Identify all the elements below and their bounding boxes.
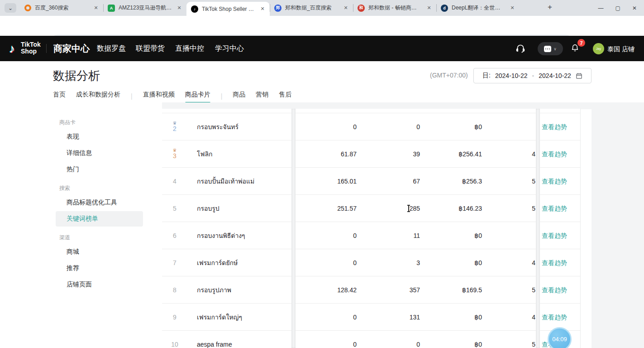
tab-close-icon[interactable]: ✕: [509, 5, 516, 11]
sidebar: 商品卡表现详细信息热门搜索商品标题优化工具关键词榜单渠道商城推荐店铺页面: [52, 111, 147, 293]
sidebar-group-label: 搜索: [59, 184, 139, 192]
table-row: 8กรอบรูปภาพ3128.42357฿169.55查看趋势: [162, 276, 580, 304]
view-trend-link[interactable]: 查看趋势: [542, 113, 567, 140]
view-trend-link[interactable]: 查看趋势: [542, 249, 567, 276]
tab-close-icon[interactable]: ✕: [259, 6, 266, 12]
new-tab-button[interactable]: +: [548, 3, 552, 12]
clipped-value-right: 4: [524, 304, 535, 331]
rank-number: 7: [173, 259, 177, 266]
sidebar-item[interactable]: 商品标题优化工具: [56, 195, 143, 210]
browser-tab-title: 百度_360搜索: [35, 4, 89, 12]
clipped-value-left: 3: [281, 222, 291, 249]
browser-tab[interactable]: ♪TikTok Shop Seller Cente✕: [186, 2, 270, 16]
value-cell-2: 285: [361, 195, 420, 222]
appnav-item[interactable]: 商家中心: [53, 36, 90, 61]
view-trend-link[interactable]: 查看趋势: [542, 276, 567, 304]
table-row-partial: [162, 109, 580, 113]
keyword-rank-table: ♛2กรอบพระจันทร์200฿0查看趋势♛3โฟลิก361.8739฿…: [162, 109, 581, 348]
value-cell-1: 165.01: [298, 168, 357, 195]
tab-close-icon[interactable]: ✕: [92, 5, 100, 11]
date-from-value[interactable]: 2024-10-22: [495, 72, 528, 79]
value-cell-2: 357: [361, 276, 420, 304]
tab-商品[interactable]: 商品: [233, 91, 245, 102]
browser-tab[interactable]: 百度_360搜索✕: [20, 0, 103, 16]
value-cell-3: ฿0: [422, 331, 482, 348]
value-cell-3: ฿169.5: [422, 276, 482, 304]
value-cell-2: 0: [361, 331, 420, 348]
store-name[interactable]: 泰国 店铺: [607, 45, 634, 53]
maximize-button[interactable]: ▢: [615, 5, 620, 11]
clipped-value-left: 3: [281, 168, 291, 195]
rank-number: 5: [173, 204, 177, 212]
tab-直播和视频[interactable]: 直播和视频: [143, 91, 175, 102]
sidebar-item[interactable]: 表现: [56, 129, 143, 145]
browser-tab-title: 郑和数据_百度搜索: [285, 4, 339, 12]
keyword-cell: เฟรมการ์ดยักษ์: [197, 249, 287, 276]
sidebar-item[interactable]: 推荐: [56, 261, 143, 276]
screen-recorder-timer[interactable]: 04:09: [548, 327, 572, 348]
appnav-item[interactable]: 学习中心: [215, 36, 244, 61]
value-cell-3: ฿0: [422, 113, 482, 140]
store-avatar[interactable]: Jay: [593, 43, 604, 54]
rank-number: 2: [173, 125, 177, 132]
browser-tabs: 百度_360搜索✕AAMZ123亚马逊导航-跨境✕♪TikTok Shop Se…: [20, 0, 520, 16]
keyword-cell: กรอบงานพิธีต่างๆ: [197, 222, 287, 249]
date-to-value[interactable]: 2024-10-22: [539, 72, 571, 79]
value-cell-3: ฿0: [422, 304, 482, 331]
value-cell-1: 0: [298, 113, 357, 140]
tiktok-shop-logo[interactable]: TikTok Shop: [21, 41, 41, 55]
rank-number: 4: [173, 177, 177, 184]
date-range-picker[interactable]: 日: 2024-10-22 - 2024-10-22: [473, 68, 592, 83]
browser-tab[interactable]: 和郑和数据 - 畅销商品榜✕: [353, 0, 436, 16]
page-title: 数据分析: [53, 68, 100, 84]
view-trend-link[interactable]: 查看趋势: [542, 168, 567, 195]
tab-商品卡片[interactable]: 商品卡片: [185, 91, 210, 102]
messages-button[interactable]: ∨: [538, 42, 563, 55]
clipped-value-left: 2: [281, 113, 291, 140]
sidebar-item[interactable]: 热门: [56, 162, 143, 177]
clipped-value-left: 3: [281, 140, 291, 168]
tab-成长和数据分析[interactable]: 成长和数据分析: [76, 91, 120, 102]
tab-search-icon[interactable]: ⌄: [5, 3, 16, 13]
calendar-icon[interactable]: [576, 72, 582, 79]
tab-close-icon[interactable]: ✕: [342, 5, 349, 11]
browser-tab[interactable]: 郑郑和数据_百度搜索✕: [270, 0, 353, 16]
sidebar-item[interactable]: 商城: [56, 244, 143, 260]
clipped-digit: 9: [281, 195, 291, 222]
sidebar-item[interactable]: 关键词榜单: [56, 211, 143, 227]
appnav-item[interactable]: 数据罗盘: [97, 36, 126, 61]
view-trend-link[interactable]: 查看趋势: [542, 140, 567, 168]
view-trend-link[interactable]: 查看趋势: [542, 222, 567, 249]
support-headset-icon[interactable]: [516, 44, 525, 53]
value-cell-1: 128.42: [298, 276, 357, 304]
tab-营销[interactable]: 营销: [256, 91, 268, 102]
rank-number: 3: [173, 152, 177, 160]
deepl-icon: d: [441, 5, 448, 12]
tab-close-icon[interactable]: ✕: [425, 5, 433, 11]
store-chevron-down-icon[interactable]: ∨: [632, 46, 635, 51]
rank-cell: 7: [162, 259, 187, 266]
browser-tab[interactable]: AAMZ123亚马逊导航-跨境✕: [103, 0, 186, 16]
value-cell-1: 0: [298, 331, 357, 348]
value-cell-1: 0: [298, 249, 357, 276]
appnav-item[interactable]: 直播中控: [175, 36, 204, 61]
value-cell-3: ฿0: [422, 249, 482, 276]
tab-close-icon[interactable]: ✕: [176, 5, 183, 11]
sidebar-item[interactable]: 详细信息: [56, 145, 143, 161]
browser-tab[interactable]: dDeepL翻译：全世界最准✕: [436, 0, 520, 16]
tab-售后[interactable]: 售后: [279, 91, 291, 102]
clipped-digit: 3: [281, 249, 291, 276]
zhenghe-red-icon: 和: [358, 5, 365, 12]
keyword-cell: กรอบรูป: [197, 195, 287, 222]
clipped-digit: 3: [281, 222, 291, 249]
view-trend-link[interactable]: 查看趋势: [542, 195, 567, 222]
rank-number: 8: [173, 286, 177, 293]
view-trend-link[interactable]: 查看趋势: [542, 304, 567, 331]
close-button[interactable]: ✕: [632, 5, 637, 11]
sidebar-item[interactable]: 店铺页面: [56, 277, 143, 292]
value-cell-3: ฿146.23: [422, 195, 482, 222]
browser-tab-title: 郑和数据 - 畅销商品榜: [368, 4, 422, 12]
minimize-button[interactable]: —: [598, 5, 604, 11]
tab-首页[interactable]: 首页: [53, 91, 66, 102]
appnav-item[interactable]: 联盟带货: [136, 36, 165, 61]
